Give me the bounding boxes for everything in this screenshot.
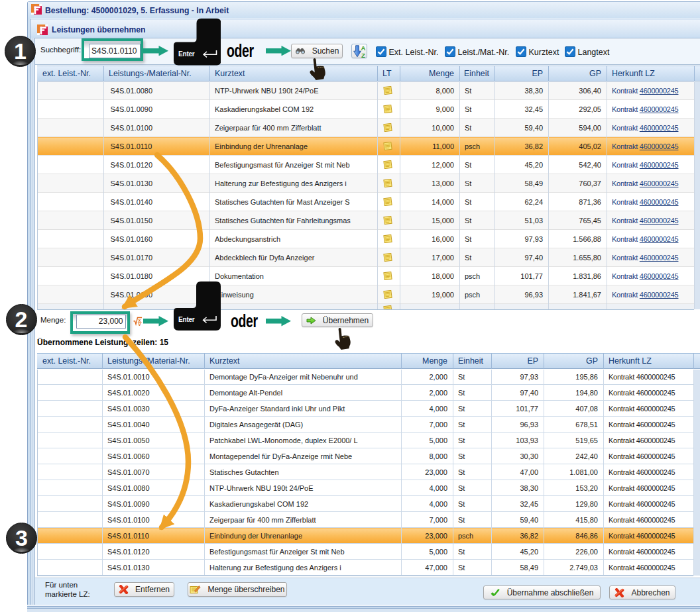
svg-text:y: y (138, 322, 141, 326)
svg-text:A: A (361, 45, 365, 52)
svg-text:Z: Z (361, 51, 365, 58)
svg-text:Enter: Enter (178, 50, 195, 58)
svg-text:Enter: Enter (178, 316, 195, 323)
